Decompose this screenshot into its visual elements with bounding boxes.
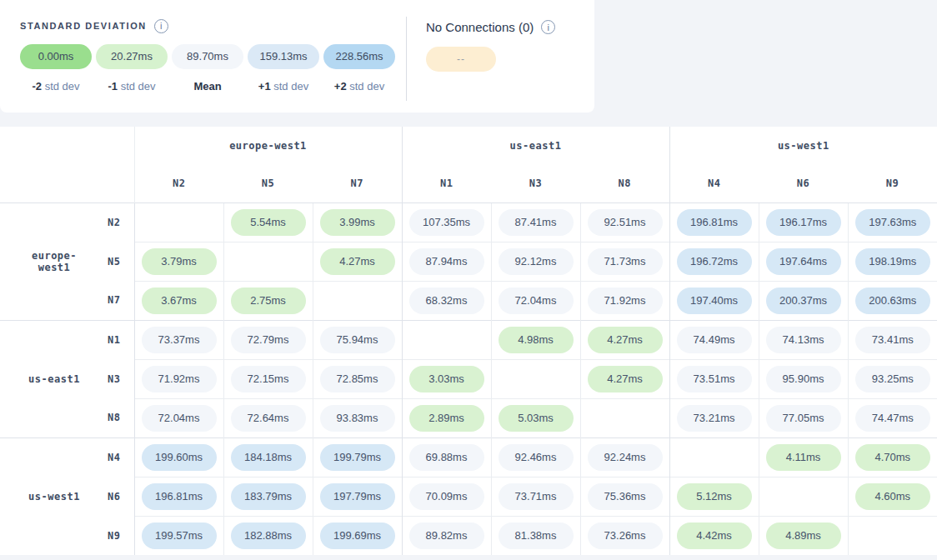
latency-cell-pill[interactable]: 93.25ms bbox=[855, 366, 930, 392]
latency-cell-pill[interactable]: 3.79ms bbox=[142, 248, 217, 275]
latency-cell: 72.64ms bbox=[223, 398, 313, 438]
latency-cell-pill[interactable]: 4.11ms bbox=[766, 444, 841, 471]
matrix-row: N53.79ms4.27ms87.94ms92.12ms71.73ms196.7… bbox=[0, 242, 937, 281]
latency-cell-pill[interactable]: 5.03ms bbox=[499, 405, 574, 432]
latency-cell-pill[interactable]: 2.89ms bbox=[409, 405, 484, 432]
latency-cell-pill[interactable]: 4.60ms bbox=[855, 483, 930, 510]
latency-cell-pill[interactable]: 74.47ms bbox=[855, 405, 930, 432]
std-deviation-legend-label: -1 std dev bbox=[96, 80, 168, 92]
latency-cell: 3.67ms bbox=[134, 281, 223, 320]
std-deviation-labels: -2 std dev-1 std devMean+1 std dev+2 std… bbox=[20, 80, 395, 92]
info-icon[interactable]: i bbox=[541, 20, 555, 34]
latency-matrix-panel: europe-west1us-east1us-west1N2N5N7N1N3N8… bbox=[0, 127, 937, 555]
latency-cell-pill[interactable]: 77.05ms bbox=[766, 405, 841, 432]
latency-cell-pill[interactable]: 69.88ms bbox=[409, 444, 484, 471]
matrix-body: europe-west1N25.54ms3.99ms107.35ms87.41m… bbox=[0, 202, 937, 555]
latency-cell-pill[interactable]: 74.13ms bbox=[766, 327, 841, 353]
latency-cell-pill[interactable]: 70.09ms bbox=[409, 483, 484, 510]
latency-cell-pill[interactable]: 5.54ms bbox=[231, 209, 306, 236]
latency-cell-pill[interactable]: 197.40ms bbox=[677, 288, 752, 314]
latency-cell-pill[interactable]: 196.81ms bbox=[142, 483, 217, 510]
latency-cell-pill[interactable]: 75.36ms bbox=[588, 483, 663, 510]
latency-cell-pill[interactable]: 199.60ms bbox=[142, 444, 217, 471]
latency-cell-pill[interactable]: 3.67ms bbox=[142, 288, 217, 314]
latency-cell-pill[interactable]: 72.04ms bbox=[142, 405, 217, 432]
latency-cell: 71.92ms bbox=[580, 281, 669, 320]
latency-cell-pill[interactable]: 3.99ms bbox=[320, 209, 395, 236]
latency-cell: 4.11ms bbox=[759, 438, 848, 477]
latency-cell-pill[interactable]: 4.98ms bbox=[499, 327, 574, 353]
latency-cell-pill[interactable]: 197.79ms bbox=[320, 483, 395, 510]
latency-cell-pill[interactable]: 71.92ms bbox=[142, 366, 217, 392]
latency-cell-pill[interactable]: 72.85ms bbox=[320, 366, 395, 392]
matrix-row: us-east1N173.37ms72.79ms75.94ms4.98ms4.2… bbox=[0, 320, 937, 359]
latency-matrix: europe-west1us-east1us-west1N2N5N7N1N3N8… bbox=[0, 127, 937, 555]
latency-cell-pill[interactable]: 71.73ms bbox=[588, 248, 663, 275]
latency-cell-pill[interactable]: 4.27ms bbox=[320, 248, 395, 275]
latency-cell-pill[interactable]: 5.12ms bbox=[677, 483, 752, 510]
latency-cell: 93.83ms bbox=[313, 398, 402, 438]
latency-cell-pill[interactable]: 184.18ms bbox=[231, 444, 306, 471]
column-node-label: N2 bbox=[134, 165, 223, 202]
column-node-label: N4 bbox=[669, 165, 759, 202]
latency-cell-pill[interactable]: 75.94ms bbox=[320, 327, 395, 353]
matrix-row: N73.67ms2.75ms68.32ms72.04ms71.92ms197.4… bbox=[0, 281, 937, 320]
no-connections-title: No Connections (0) bbox=[426, 20, 534, 34]
info-icon[interactable]: i bbox=[154, 19, 168, 33]
latency-cell-pill[interactable]: 196.81ms bbox=[677, 209, 752, 236]
latency-cell-pill[interactable]: 197.63ms bbox=[855, 209, 930, 236]
latency-cell-pill[interactable]: 71.92ms bbox=[588, 288, 663, 314]
latency-cell-pill[interactable]: 93.83ms bbox=[320, 405, 395, 432]
latency-cell-pill[interactable]: 196.17ms bbox=[766, 209, 841, 236]
latency-cell-pill[interactable]: 72.79ms bbox=[231, 327, 306, 353]
latency-cell-pill[interactable]: 73.26ms bbox=[588, 522, 663, 549]
latency-cell-pill[interactable]: 199.79ms bbox=[320, 444, 395, 471]
latency-cell-pill[interactable]: 183.79ms bbox=[231, 483, 306, 510]
latency-cell-pill[interactable]: 200.63ms bbox=[855, 288, 930, 314]
latency-cell: 4.98ms bbox=[491, 320, 580, 359]
latency-cell-pill[interactable]: 87.41ms bbox=[499, 209, 574, 236]
latency-cell-pill[interactable]: 95.90ms bbox=[766, 366, 841, 392]
latency-cell: 87.41ms bbox=[491, 202, 580, 242]
latency-cell-pill[interactable]: 2.75ms bbox=[231, 288, 306, 314]
latency-cell-pill[interactable]: 4.27ms bbox=[588, 327, 663, 353]
latency-cell-pill[interactable]: 4.42ms bbox=[677, 522, 752, 549]
latency-cell-pill[interactable]: 68.32ms bbox=[409, 288, 484, 314]
latency-cell-pill[interactable]: 72.04ms bbox=[499, 288, 574, 314]
latency-cell-pill[interactable]: 196.72ms bbox=[677, 248, 752, 275]
legend-card: STANDARD DEVIATION i 0.00ms20.27ms89.70m… bbox=[0, 0, 594, 112]
latency-cell-pill[interactable]: 73.37ms bbox=[142, 327, 217, 353]
latency-cell-pill[interactable]: 199.69ms bbox=[320, 522, 395, 549]
latency-cell-pill[interactable]: 72.15ms bbox=[231, 366, 306, 392]
latency-cell-pill[interactable]: 107.35ms bbox=[409, 209, 484, 236]
std-deviation-legend-label: -2 std dev bbox=[20, 80, 92, 92]
latency-cell-pill[interactable]: 4.70ms bbox=[855, 444, 930, 471]
latency-cell: 81.38ms bbox=[491, 516, 580, 555]
latency-cell-pill[interactable]: 73.71ms bbox=[499, 483, 574, 510]
latency-cell-pill[interactable]: 89.82ms bbox=[409, 522, 484, 549]
latency-cell-pill[interactable]: 92.46ms bbox=[499, 444, 574, 471]
latency-cell-pill[interactable]: 87.94ms bbox=[409, 248, 484, 275]
latency-cell-pill[interactable]: 3.03ms bbox=[409, 366, 484, 392]
latency-cell-pill[interactable]: 182.88ms bbox=[231, 522, 306, 549]
latency-cell-pill[interactable]: 92.12ms bbox=[499, 248, 574, 275]
latency-cell-pill[interactable]: 197.64ms bbox=[766, 248, 841, 275]
latency-cell: 3.79ms bbox=[134, 242, 223, 281]
latency-cell-pill[interactable]: 92.24ms bbox=[588, 444, 663, 471]
latency-cell-pill[interactable]: 4.27ms bbox=[588, 366, 663, 392]
latency-cell-pill[interactable]: 73.51ms bbox=[677, 366, 752, 392]
row-node-label: N6 bbox=[92, 477, 134, 516]
latency-cell-pill[interactable]: 200.37ms bbox=[766, 288, 841, 314]
row-node-label: N1 bbox=[92, 320, 134, 359]
latency-cell-pill[interactable]: 81.38ms bbox=[499, 522, 574, 549]
latency-cell-pill[interactable]: 92.51ms bbox=[588, 209, 663, 236]
latency-cell: 4.70ms bbox=[848, 438, 937, 477]
latency-cell bbox=[669, 438, 759, 477]
latency-cell-pill[interactable]: 72.64ms bbox=[231, 405, 306, 432]
latency-cell-pill[interactable]: 73.21ms bbox=[677, 405, 752, 432]
latency-cell-pill[interactable]: 4.89ms bbox=[766, 522, 841, 549]
latency-cell-pill[interactable]: 199.57ms bbox=[142, 522, 217, 549]
latency-cell-pill[interactable]: 198.19ms bbox=[855, 248, 930, 275]
latency-cell-pill[interactable]: 74.49ms bbox=[677, 327, 752, 353]
latency-cell-pill[interactable]: 73.41ms bbox=[855, 327, 930, 353]
